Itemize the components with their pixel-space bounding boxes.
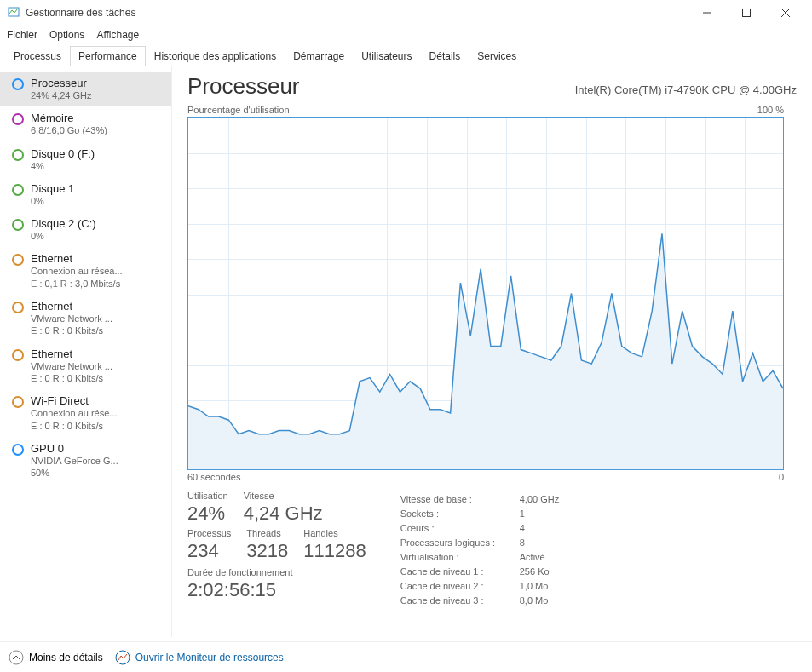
sidebar-item-sub1: VMware Network ... [31, 313, 164, 325]
sidebar: Processeur 24% 4,24 GHz Mémoire 6,8/16,0… [0, 66, 172, 637]
detail-cores-key: Cœurs : [400, 521, 520, 536]
sidebar-item-sub1: 6,8/16,0 Go (43%) [31, 124, 164, 136]
chevron-up-icon [9, 650, 24, 665]
stats-primary: Utilisation24% Vitesse4,24 GHz Processus… [187, 491, 366, 608]
stat-handles-value: 111288 [303, 540, 366, 562]
sidebar-item-title: Ethernet [31, 300, 164, 313]
detail-l3-val: 8,0 Mo [520, 594, 549, 608]
sidebar-item-sub1: Connexion au rése... [31, 407, 164, 419]
ring-icon [10, 217, 26, 233]
menu-file[interactable]: Fichier [7, 29, 37, 41]
detail-sockets-key: Sockets : [400, 507, 520, 521]
resmon-icon [115, 650, 130, 665]
tab-services[interactable]: Services [469, 46, 525, 66]
detail-l2-key: Cache de niveau 2 : [400, 579, 520, 594]
detail-logical-key: Processeurs logiques : [400, 536, 520, 550]
ring-icon [10, 347, 26, 363]
menu-view[interactable]: Affichage [96, 29, 139, 41]
svg-marker-15 [188, 233, 783, 469]
sidebar-item[interactable]: Processeur 24% 4,24 GHz [0, 72, 171, 106]
ring-icon [10, 300, 26, 315]
svg-point-12 [13, 350, 23, 360]
fewer-details-button[interactable]: Moins de détails [9, 650, 103, 665]
stat-handles-label: Handles [303, 528, 366, 538]
sidebar-item-sub1: 0% [31, 195, 164, 207]
tab-users[interactable]: Utilisateurs [353, 46, 420, 66]
sidebar-item[interactable]: Wi-Fi Direct Connexion au rése... E : 0 … [0, 389, 171, 437]
detail-l2-val: 1,0 Mo [520, 579, 549, 594]
menubar: Fichier Options Affichage [0, 26, 812, 44]
sidebar-item-title: Mémoire [31, 112, 164, 124]
stat-uptime-value: 2:02:56:15 [187, 579, 366, 601]
sidebar-item-title: Disque 0 (F:) [31, 147, 164, 160]
sidebar-item-sub2: E : 0 R : 0 Kbits/s [31, 372, 164, 384]
open-resmon-link[interactable]: Ouvrir le Moniteur de ressources [115, 650, 284, 665]
detail-l1-key: Cache de niveau 1 : [400, 565, 520, 579]
detail-logical-val: 8 [520, 536, 525, 550]
sidebar-item-sub1: 4% [31, 160, 164, 172]
stats-secondary: Vitesse de base :4,00 GHz Sockets :1 Cœu… [400, 492, 559, 608]
maximize-button[interactable] [727, 0, 766, 26]
titlebar: Gestionnaire des tâches [0, 0, 812, 26]
tab-startup[interactable]: Démarrage [285, 46, 353, 66]
svg-point-14 [13, 445, 23, 455]
svg-point-13 [13, 397, 23, 407]
sidebar-item-title: Processeur [31, 77, 164, 89]
sidebar-item-sub2: E : 0 R : 0 Kbits/s [31, 420, 164, 432]
sidebar-item[interactable]: Mémoire 6,8/16,0 Go (43%) [0, 106, 171, 141]
ring-icon [10, 147, 26, 163]
footer: Moins de détails Ouvrir le Moniteur de r… [0, 641, 812, 672]
svg-point-8 [13, 185, 23, 195]
tab-details[interactable]: Détails [421, 46, 469, 66]
stat-processes-value: 234 [187, 540, 231, 562]
svg-point-11 [13, 302, 23, 313]
sidebar-item-sub2: E : 0 R : 0 Kbits/s [31, 325, 164, 336]
svg-point-10 [13, 255, 23, 265]
sidebar-item-title: Wi-Fi Direct [31, 394, 164, 407]
sidebar-item[interactable]: Disque 2 (C:) 0% [0, 212, 171, 247]
sidebar-item-sub2: 50% [31, 467, 164, 479]
sidebar-item-sub1: NVIDIA GeForce G... [31, 455, 164, 467]
detail-virt-key: Virtualisation : [400, 550, 520, 565]
chart-label-bottom-left: 60 secondes [187, 472, 240, 482]
sidebar-item[interactable]: Ethernet VMware Network ... E : 0 R : 0 … [0, 295, 171, 342]
sidebar-item[interactable]: Disque 1 0% [0, 177, 171, 212]
sidebar-item-sub1: Connexion au résea... [31, 265, 164, 277]
ring-icon [10, 394, 26, 410]
detail-base-key: Vitesse de base : [400, 492, 520, 507]
detail-l1-val: 256 Ko [520, 565, 550, 579]
detail-sockets-val: 1 [520, 507, 525, 521]
window-title: Gestionnaire des tâches [26, 7, 135, 19]
sidebar-item[interactable]: Ethernet VMware Network ... E : 0 R : 0 … [0, 342, 171, 390]
svg-point-7 [13, 150, 23, 160]
main-panel: Processeur Intel(R) Core(TM) i7-4790K CP… [172, 66, 812, 637]
sidebar-item[interactable]: Disque 0 (F:) 4% [0, 142, 171, 177]
ring-icon [10, 77, 26, 92]
menu-options[interactable]: Options [49, 29, 84, 41]
open-resmon-label: Ouvrir le Moniteur de ressources [135, 652, 284, 663]
cpu-model: Intel(R) Core(TM) i7-4790K CPU @ 4.00GHz [575, 83, 797, 96]
sidebar-item[interactable]: Ethernet Connexion au résea... E : 0,1 R… [0, 247, 171, 295]
minimize-button[interactable] [688, 0, 727, 26]
sidebar-item-title: Disque 2 (C:) [31, 217, 164, 230]
app-icon [7, 6, 20, 20]
sidebar-item[interactable]: GPU 0 NVIDIA GeForce G... 50% [0, 437, 171, 485]
tab-processes[interactable]: Processus [5, 46, 70, 66]
tabs: Processus Performance Historique des app… [0, 44, 812, 66]
stat-uptime-label: Durée de fonctionnement [187, 567, 366, 577]
svg-point-5 [13, 79, 23, 89]
svg-point-9 [13, 220, 23, 230]
detail-base-val: 4,00 GHz [520, 492, 559, 507]
sidebar-item-sub1: 0% [31, 230, 164, 242]
stat-speed-label: Vitesse [244, 491, 323, 501]
fewer-details-label: Moins de détails [29, 652, 103, 663]
chart-label-top-left: Pourcentage d'utilisation [187, 105, 290, 115]
chart-label-top-right: 100 % [757, 105, 784, 115]
close-button[interactable] [766, 0, 805, 26]
detail-cores-val: 4 [520, 521, 525, 536]
tab-performance[interactable]: Performance [70, 46, 146, 66]
sidebar-item-title: GPU 0 [31, 442, 164, 455]
sidebar-item-sub2: E : 0,1 R : 3,0 Mbits/s [31, 278, 164, 290]
tab-app-history[interactable]: Historique des applications [146, 46, 285, 66]
sidebar-item-title: Ethernet [31, 347, 164, 360]
